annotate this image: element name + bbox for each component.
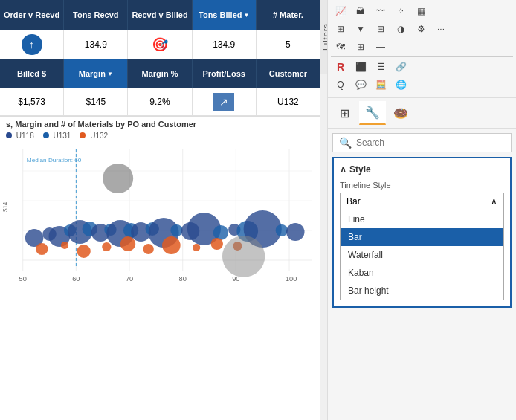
- mater-value: 5: [257, 30, 320, 59]
- metrics-header-row1: Order v Recvd Tons Recvd Recvd v Billed …: [0, 0, 320, 30]
- icon-circle[interactable]: ◑: [391, 21, 410, 37]
- customer-value: U132: [257, 88, 320, 115]
- svg-point-42: [61, 242, 68, 249]
- icon-row-3: 🗺 ⊞ —: [331, 39, 513, 55]
- dropdown-item-bar[interactable]: Bar: [341, 228, 503, 246]
- billed-value: $1,573: [0, 88, 64, 115]
- svg-point-49: [211, 238, 223, 250]
- icon-settings[interactable]: ⚙: [411, 21, 430, 37]
- icon-q[interactable]: Q: [331, 77, 350, 93]
- margin-value: $145: [64, 88, 128, 115]
- svg-text:Median Duration: 60: Median Duration: 60: [27, 157, 82, 164]
- recvd-billed-icon-cell: 🎯: [128, 30, 192, 59]
- icon-chart-line[interactable]: 📈: [331, 3, 350, 19]
- col-billed[interactable]: Billed $: [0, 59, 64, 88]
- toolbar-analytics-btn[interactable]: 🍩: [387, 101, 414, 125]
- col-customer[interactable]: Customer: [257, 59, 320, 88]
- icon-globe[interactable]: 🌐: [391, 77, 410, 93]
- icon-table[interactable]: ⊞: [331, 21, 350, 37]
- icon-chart-wave[interactable]: 〰: [371, 3, 390, 19]
- icon-chat[interactable]: 💬: [351, 77, 370, 93]
- icon-grid[interactable]: ⊟: [371, 21, 390, 37]
- dropdown-item-waterfall[interactable]: Waterfall: [341, 246, 503, 264]
- icon-tiles[interactable]: ⊞: [351, 39, 370, 55]
- order-recvd-icon-cell: ↑: [0, 30, 64, 59]
- svg-point-45: [120, 236, 135, 251]
- bubble-chart: Median Duration: 60 $14 50 60 70 80 90 1…: [0, 141, 320, 290]
- dropdown-item-kaban[interactable]: Kaban: [341, 264, 503, 282]
- svg-text:$14: $14: [2, 201, 9, 212]
- svg-point-44: [102, 242, 111, 251]
- col-recvd-v-billed[interactable]: Recvd v Billed: [128, 0, 192, 30]
- svg-text:80: 80: [179, 275, 187, 282]
- search-icon: 🔍: [339, 137, 352, 149]
- dropdown-chevron-icon: ∧: [491, 196, 497, 207]
- col-margin[interactable]: Margin ▼: [64, 59, 128, 88]
- svg-point-51: [222, 236, 265, 277]
- svg-point-39: [276, 224, 288, 236]
- svg-point-35: [213, 225, 228, 240]
- timeline-style-label: Timeline Style: [340, 181, 504, 190]
- timeline-style-dropdown[interactable]: Bar ∧: [340, 193, 504, 210]
- svg-text:60: 60: [72, 275, 80, 282]
- svg-point-52: [103, 164, 133, 193]
- icon-row-1: 📈 🏔 〰 ⁘ ▦: [331, 3, 513, 19]
- legend-u118: U118: [6, 132, 34, 140]
- metrics-data-row1: ↑ 134.9 🎯 134.9 5: [0, 30, 320, 59]
- bottom-toolbar: ⊞ 🔧 🍩: [328, 97, 516, 129]
- sort-arrow-margin: ▼: [107, 71, 113, 77]
- icon-chart-mountain[interactable]: 🏔: [351, 3, 370, 19]
- target-icon: 🎯: [149, 34, 170, 55]
- margin-pct-value: 9.2%: [128, 88, 192, 115]
- icon-more[interactable]: ···: [431, 21, 451, 37]
- svg-point-41: [36, 243, 48, 255]
- icon-custom1[interactable]: ⬛: [351, 59, 370, 75]
- icon-chart-bar[interactable]: ▦: [411, 3, 430, 19]
- col-mater[interactable]: # Mater.: [257, 0, 320, 30]
- tons-billed-value: 134.9: [193, 30, 257, 59]
- icon-calc[interactable]: 🧮: [371, 77, 390, 93]
- col-margin-pct[interactable]: Margin %: [128, 59, 192, 88]
- col-tons-recvd[interactable]: Tons Recvd: [64, 0, 128, 30]
- icon-custom2[interactable]: ☰: [371, 59, 390, 75]
- chart-area: s, Margin and # of Materials by PO and C…: [0, 116, 320, 309]
- search-input[interactable]: [356, 138, 505, 148]
- dropdown-item-line[interactable]: Line: [341, 210, 503, 228]
- dropdown-item-bar-height[interactable]: Bar height: [341, 282, 503, 300]
- icon-r-letter[interactable]: R: [331, 59, 350, 75]
- chart-legend: U118 U131 U132: [0, 130, 320, 141]
- svg-text:50: 50: [19, 275, 27, 282]
- legend-u131: U131: [43, 132, 71, 140]
- svg-point-48: [193, 244, 200, 251]
- icon-filter[interactable]: ▼: [351, 21, 370, 37]
- legend-dot-u132: [80, 132, 86, 138]
- left-panel: Order v Recvd Tons Recvd Recvd v Billed …: [0, 0, 320, 420]
- svg-point-40: [286, 223, 305, 241]
- icon-separator: [331, 56, 513, 57]
- col-order-v-recvd[interactable]: Order v Recvd: [0, 0, 64, 30]
- svg-text:100: 100: [286, 275, 297, 282]
- up-arrow-icon: ↑: [22, 34, 42, 55]
- legend-u132: U132: [80, 132, 108, 140]
- icon-map[interactable]: 🗺: [331, 39, 350, 55]
- style-chevron[interactable]: ∧: [340, 164, 346, 175]
- metrics-data-row2: $1,573 $145 9.2% ↗ U132: [0, 88, 320, 116]
- col-tons-billed[interactable]: Tons Billed ▼: [193, 0, 257, 30]
- toolbar-grid-btn[interactable]: ⊞: [331, 101, 358, 125]
- dropdown-list: Line Bar Waterfall Kaban Bar height: [340, 210, 504, 300]
- search-box[interactable]: 🔍: [332, 133, 512, 152]
- chart-title: s, Margin and # of Materials by PO and C…: [0, 117, 320, 130]
- right-panel: 📈 🏔 〰 ⁘ ▦ ⊞ ▼ ⊟ ◑ ⚙ ··· 🗺 ⊞ — R ⬛ ☰ 🔗 Q: [327, 0, 516, 420]
- legend-dot-u131: [43, 132, 49, 138]
- tons-recvd-value: 134.9: [64, 30, 128, 59]
- icon-chart-scatter[interactable]: ⁘: [391, 3, 410, 19]
- toolbar-format-btn[interactable]: 🔧: [359, 101, 386, 125]
- icon-custom3[interactable]: 🔗: [391, 59, 410, 75]
- icon-dash[interactable]: —: [371, 39, 390, 55]
- profit-loss-icon-cell: ↗: [193, 88, 257, 115]
- svg-text:70: 70: [126, 275, 133, 282]
- svg-point-43: [77, 245, 90, 258]
- sort-arrow-tons-billed: ▼: [243, 12, 249, 19]
- col-profit-loss[interactable]: Profit/Loss: [193, 59, 257, 88]
- icon-row-5: Q 💬 🧮 🌐: [331, 77, 513, 93]
